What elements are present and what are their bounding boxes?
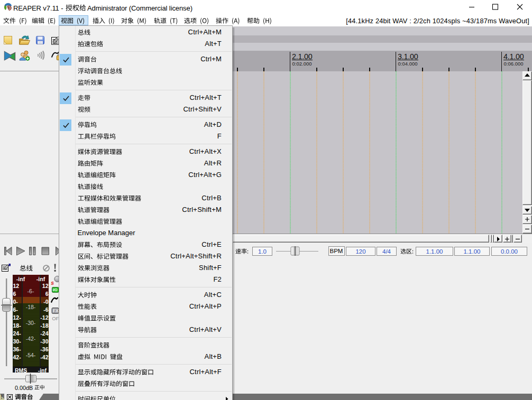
svg-text:I/O: I/O bbox=[53, 288, 58, 292]
svg-text:s: s bbox=[51, 280, 54, 286]
svg-text:OF: OF bbox=[52, 315, 59, 321]
svg-text:FX: FX bbox=[53, 308, 59, 313]
